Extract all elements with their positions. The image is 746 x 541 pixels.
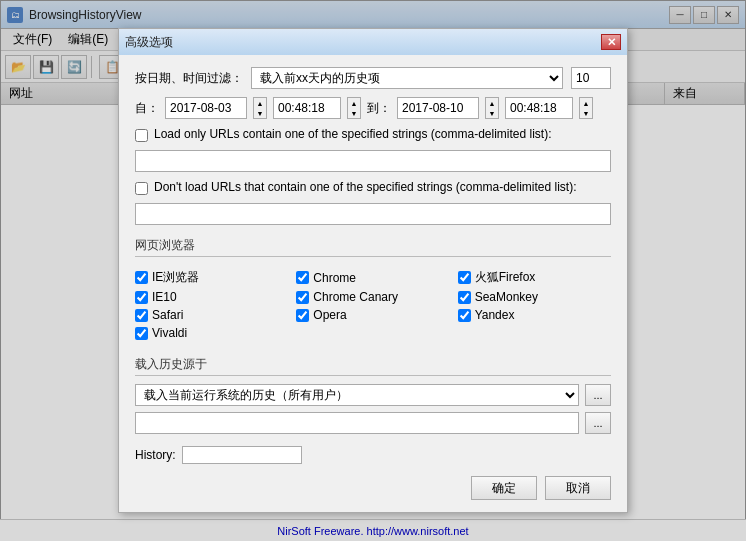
browser-vivaldi-label: Vivaldi [152, 326, 187, 340]
cancel-button[interactable]: 取消 [545, 476, 611, 500]
to-label: 到： [367, 100, 391, 117]
history-label-row: History: [119, 446, 627, 464]
browser-chrome-label: Chrome [313, 271, 356, 285]
from-time-input[interactable] [273, 97, 341, 119]
from-date-spin[interactable]: ▲ ▼ [253, 97, 267, 119]
date-row: 自： ▲ ▼ ▲ ▼ 到： ▲ ▼ ▲ [135, 97, 611, 119]
url-include-input[interactable] [135, 150, 611, 172]
dialog-footer: 确定 取消 [119, 468, 627, 512]
browser-chrome-canary-label: Chrome Canary [313, 290, 398, 304]
custom-path-input[interactable] [135, 412, 579, 434]
browser-opera-checkbox[interactable] [296, 309, 309, 322]
browser-yandex-checkbox[interactable] [458, 309, 471, 322]
from-time-spin-down-icon[interactable]: ▼ [348, 108, 360, 118]
browser-firefox: 火狐Firefox [458, 269, 611, 286]
filter-label: 按日期、时间过滤： [135, 70, 243, 87]
browser-opera-label: Opera [313, 308, 346, 322]
browser-yandex: Yandex [458, 308, 611, 322]
history-input[interactable] [182, 446, 302, 464]
dialog-overlay: 高级选项 ✕ 按日期、时间过滤： 载入前xx天内的历史项 按日期范围过滤 不过滤… [0, 0, 746, 541]
browser-chrome-checkbox[interactable] [296, 271, 309, 284]
url-include-row: Load only URLs contain one of the specif… [135, 127, 611, 142]
browse-path-button[interactable]: ... [585, 412, 611, 434]
advanced-options-dialog: 高级选项 ✕ 按日期、时间过滤： 载入前xx天内的历史项 按日期范围过滤 不过滤… [118, 28, 628, 513]
url-exclude-input[interactable] [135, 203, 611, 225]
browser-chrome-canary-checkbox[interactable] [296, 291, 309, 304]
to-date-input[interactable] [397, 97, 479, 119]
from-time-spin-up-icon[interactable]: ▲ [348, 98, 360, 108]
from-time-spin[interactable]: ▲ ▼ [347, 97, 361, 119]
ok-button[interactable]: 确定 [471, 476, 537, 500]
browser-safari-label: Safari [152, 308, 183, 322]
url-exclude-checkbox[interactable] [135, 182, 148, 195]
browser-seamonkey: SeaMonkey [458, 290, 611, 304]
dialog-close-button[interactable]: ✕ [601, 34, 621, 50]
from-date-input[interactable] [165, 97, 247, 119]
url-exclude-label: Don't load URLs that contain one of the … [154, 180, 576, 194]
dialog-title: 高级选项 [125, 34, 601, 51]
to-time-spin-up-icon[interactable]: ▲ [580, 98, 592, 108]
browser-opera: Opera [296, 308, 449, 322]
browser-firefox-checkbox[interactable] [458, 271, 471, 284]
browser-ie10-label: IE10 [152, 290, 177, 304]
to-time-spin[interactable]: ▲ ▼ [579, 97, 593, 119]
from-label: 自： [135, 100, 159, 117]
url-include-checkbox[interactable] [135, 129, 148, 142]
browser-firefox-label: 火狐Firefox [475, 269, 536, 286]
browser-chrome: Chrome [296, 269, 449, 286]
source-row: 载入当前运行系统的历史（所有用户） 从指定路径载入 ... [135, 384, 611, 406]
browsers-grid: IE浏览器 Chrome 火狐Firefox IE10 Chrome [135, 265, 611, 344]
source-section: 载入当前运行系统的历史（所有用户） 从指定路径载入 ... ... [135, 384, 611, 434]
browser-seamonkey-checkbox[interactable] [458, 291, 471, 304]
url-exclude-row: Don't load URLs that contain one of the … [135, 180, 611, 195]
browser-vivaldi: Vivaldi [135, 326, 288, 340]
browser-seamonkey-label: SeaMonkey [475, 290, 538, 304]
spin-down-icon[interactable]: ▼ [254, 108, 266, 118]
to-time-input[interactable] [505, 97, 573, 119]
to-date-spin[interactable]: ▲ ▼ [485, 97, 499, 119]
browser-ie: IE浏览器 [135, 269, 288, 286]
browser-yandex-label: Yandex [475, 308, 515, 322]
filter-row: 按日期、时间过滤： 载入前xx天内的历史项 按日期范围过滤 不过滤 [135, 67, 611, 89]
dialog-title-bar: 高级选项 ✕ [119, 29, 627, 55]
browser-ie10: IE10 [135, 290, 288, 304]
filter-number-input[interactable] [571, 67, 611, 89]
to-date-spin-down-icon[interactable]: ▼ [486, 108, 498, 118]
to-date-spin-up-icon[interactable]: ▲ [486, 98, 498, 108]
browser-safari-checkbox[interactable] [135, 309, 148, 322]
browse-button[interactable]: ... [585, 384, 611, 406]
spin-up-icon[interactable]: ▲ [254, 98, 266, 108]
browser-safari: Safari [135, 308, 288, 322]
url-include-label: Load only URLs contain one of the specif… [154, 127, 552, 141]
source-section-label: 载入历史源于 [135, 356, 611, 376]
source-select[interactable]: 载入当前运行系统的历史（所有用户） 从指定路径载入 [135, 384, 579, 406]
custom-path-row: ... [135, 412, 611, 434]
browser-ie-checkbox[interactable] [135, 271, 148, 284]
browser-ie-label: IE浏览器 [152, 269, 199, 286]
to-time-spin-down-icon[interactable]: ▼ [580, 108, 592, 118]
browser-vivaldi-checkbox[interactable] [135, 327, 148, 340]
browser-ie10-checkbox[interactable] [135, 291, 148, 304]
browsers-section-label: 网页浏览器 [135, 237, 611, 257]
dialog-body: 按日期、时间过滤： 载入前xx天内的历史项 按日期范围过滤 不过滤 自： ▲ ▼ [119, 55, 627, 446]
browser-chrome-canary: Chrome Canary [296, 290, 449, 304]
filter-select[interactable]: 载入前xx天内的历史项 按日期范围过滤 不过滤 [251, 67, 563, 89]
history-label: History: [135, 448, 176, 462]
